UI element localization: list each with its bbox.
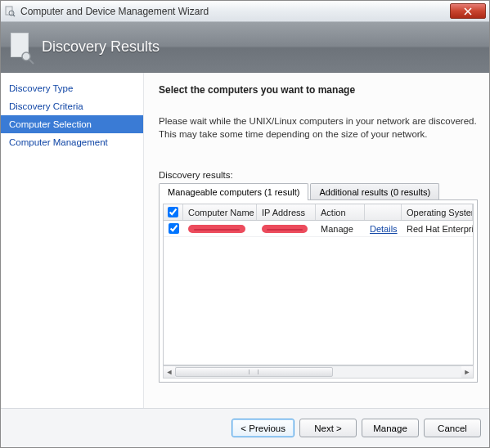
col-operating-system[interactable]: Operating System <box>402 204 473 220</box>
close-button[interactable] <box>450 3 486 19</box>
select-all-checkbox[interactable] <box>168 207 178 217</box>
scroll-thumb[interactable] <box>175 367 333 377</box>
results-grid: Computer Name IP Address Action Operatin… <box>163 204 474 365</box>
window-title: Computer and Device Management Wizard <box>20 6 450 17</box>
tab-additional-results[interactable]: Additional results (0 results) <box>310 183 439 200</box>
scroll-right-arrow[interactable]: ► <box>461 366 473 378</box>
previous-button[interactable]: < Previous <box>232 419 294 437</box>
results-label: Discovery results: <box>159 170 478 180</box>
banner-icon <box>9 31 34 64</box>
step-discovery-type[interactable]: Discovery Type <box>1 79 143 97</box>
svg-line-2 <box>13 15 15 16</box>
svg-point-5 <box>22 52 30 60</box>
wizard-window: Computer and Device Management Wizard Di… <box>0 0 490 448</box>
title-bar[interactable]: Computer and Device Management Wizard <box>1 1 489 22</box>
details-link[interactable]: Details <box>370 224 398 234</box>
close-icon <box>464 7 472 16</box>
page-heading: Select the computers you want to manage <box>159 84 478 96</box>
col-action[interactable]: Action <box>316 204 365 220</box>
select-all-cell[interactable] <box>164 204 183 220</box>
row-checkbox[interactable] <box>169 223 179 234</box>
tab-manageable-computers[interactable]: Manageable computers (1 result) <box>159 183 308 200</box>
step-computer-management[interactable]: Computer Management <box>1 133 143 151</box>
step-computer-selection[interactable]: Computer Selection <box>1 115 143 133</box>
step-discovery-criteria[interactable]: Discovery Criteria <box>1 97 143 115</box>
col-details[interactable] <box>365 204 402 220</box>
cell-action: Manage <box>316 221 365 236</box>
col-ip-address[interactable]: IP Address <box>257 204 316 220</box>
next-button[interactable]: Next > <box>299 419 357 437</box>
cell-computer-name <box>183 221 257 236</box>
page-description: Please wait while the UNIX/Linux compute… <box>159 115 478 141</box>
results-tabs: Manageable computers (1 result) Addition… <box>159 183 478 200</box>
redacted-value <box>262 225 308 233</box>
banner-title: Discovery Results <box>42 38 160 56</box>
horizontal-scrollbar[interactable]: ◄ ► <box>163 365 474 379</box>
scroll-left-arrow[interactable]: ◄ <box>164 366 175 378</box>
col-computer-name[interactable]: Computer Name <box>183 204 257 220</box>
table-row[interactable]: Manage Details Red Hat Enterprise Linux … <box>164 221 473 237</box>
wizard-footer: < Previous Next > Manage Cancel <box>1 408 489 447</box>
cell-operating-system: Red Hat Enterprise Linux Server 6 <box>402 221 473 236</box>
cancel-button[interactable]: Cancel <box>424 419 481 437</box>
grid-header: Computer Name IP Address Action Operatin… <box>164 204 473 221</box>
main-panel: Select the computers you want to manage … <box>144 73 489 408</box>
manage-button[interactable]: Manage <box>362 419 419 437</box>
banner: Discovery Results <box>1 22 489 73</box>
scroll-track[interactable] <box>175 366 461 378</box>
svg-line-6 <box>29 60 34 64</box>
wizard-steps-sidebar: Discovery Type Discovery Criteria Comput… <box>1 73 144 408</box>
cell-ip-address <box>257 221 316 236</box>
redacted-value <box>188 225 245 233</box>
magnifier-icon <box>20 51 35 65</box>
app-icon <box>4 6 16 17</box>
content-body: Discovery Type Discovery Criteria Comput… <box>1 73 489 408</box>
results-grid-container: Computer Name IP Address Action Operatin… <box>159 199 478 383</box>
